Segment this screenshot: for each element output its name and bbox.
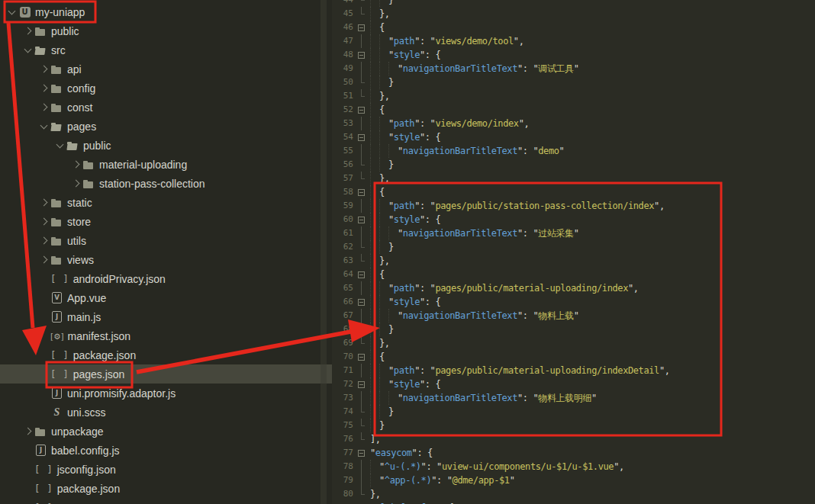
code-line[interactable]: 52{ — [332, 103, 815, 117]
chevron-down-icon[interactable] — [22, 44, 34, 56]
code-line[interactable]: 69}, — [332, 336, 815, 350]
tree-item-uni.scss[interactable]: uni.scss — [0, 403, 332, 422]
tree-item-pages[interactable]: pages — [0, 117, 332, 136]
code-line[interactable]: 56} — [332, 158, 815, 172]
code-line[interactable]: 63}, — [332, 254, 815, 268]
code-editor[interactable]: 44}45},46{47"path": "views/demo/tool",48… — [332, 0, 815, 504]
chevron-right-icon[interactable] — [38, 101, 50, 114]
code-line[interactable]: 76], — [332, 432, 815, 446]
tree-item-store[interactable]: store — [0, 212, 332, 231]
tree-item-main.js[interactable]: main.js — [0, 307, 332, 326]
chevron-right-icon[interactable] — [38, 235, 50, 247]
fold-marker[interactable] — [353, 130, 369, 144]
code-line[interactable]: 81"globalStyle": { — [332, 501, 815, 504]
folder-icon — [50, 235, 63, 247]
code-line[interactable]: 75} — [332, 419, 815, 432]
code-line[interactable]: 59"path": "pages/public/station-pass-col… — [332, 199, 815, 213]
chevron-right-icon[interactable] — [38, 82, 50, 95]
chevron-down-icon[interactable] — [54, 140, 66, 152]
fold-marker[interactable] — [353, 446, 369, 460]
indent-guide — [379, 281, 380, 295]
code-line[interactable]: 62} — [332, 240, 815, 254]
chevron-right-icon[interactable] — [38, 216, 50, 228]
tree-item-station-pass-collection[interactable]: station-pass-collection — [0, 174, 332, 193]
code-line[interactable]: 67"navigationBarTitleText": "物料上载" — [332, 309, 815, 323]
chevron-down-icon[interactable] — [38, 120, 50, 133]
code-line[interactable]: 50} — [332, 75, 815, 89]
code-line[interactable]: 45}, — [332, 7, 815, 21]
fold-marker[interactable] — [353, 213, 369, 226]
tree-item-config[interactable]: config — [0, 79, 332, 98]
indent-guide — [370, 336, 371, 350]
fold-marker[interactable] — [353, 350, 369, 364]
fold-marker[interactable] — [353, 501, 369, 504]
tree-item-babel.config.js[interactable]: babel.config.js — [0, 441, 332, 460]
fold-marker[interactable] — [353, 21, 369, 34]
chevron-right-icon[interactable] — [38, 254, 50, 266]
indent-guide — [379, 364, 380, 377]
tree-item-my-uniapp[interactable]: my-uniapp — [0, 2, 332, 21]
chevron-right-icon[interactable] — [22, 25, 34, 37]
chevron-right-icon[interactable] — [70, 159, 82, 171]
tree-item-package.json[interactable]: package.json — [0, 479, 332, 498]
chevron-right-icon[interactable] — [70, 178, 82, 190]
code-line[interactable]: 70{ — [332, 350, 815, 364]
chevron-right-icon[interactable] — [22, 425, 34, 438]
tree-item-package.json[interactable]: package.json — [0, 345, 332, 364]
code-line[interactable]: 57}, — [332, 172, 815, 185]
tree-item-views[interactable]: views — [0, 250, 332, 269]
tree-item-App.vue[interactable]: App.vue — [0, 288, 332, 307]
tree-item-static[interactable]: static — [0, 193, 332, 212]
tree-item-partial[interactable] — [0, 498, 332, 504]
tree-item-pages.json[interactable]: pages.json — [0, 364, 332, 384]
fold-marker[interactable] — [353, 295, 369, 309]
code-line[interactable]: 77"easycom": { — [332, 446, 815, 460]
code-line[interactable]: 80}, — [332, 487, 815, 501]
code-line[interactable]: 46{ — [332, 21, 815, 34]
tree-item-jsconfig.json[interactable]: jsconfig.json — [0, 460, 332, 479]
code-line[interactable]: 72"style": { — [332, 377, 815, 391]
code-line[interactable]: 55"navigationBarTitleText": "demo" — [332, 144, 815, 158]
tree-item-public[interactable]: public — [0, 136, 332, 155]
fold-marker[interactable] — [353, 48, 369, 62]
code-line[interactable]: 61"navigationBarTitleText": "过站采集" — [332, 226, 815, 240]
code-line[interactable]: 53"path": "views/demo/index", — [332, 117, 815, 130]
code-line[interactable]: 68} — [332, 323, 815, 336]
tree-item-utils[interactable]: utils — [0, 231, 332, 250]
tree-item-material-uploading[interactable]: material-uploading — [0, 155, 332, 174]
code-line[interactable]: 71"path": "pages/public/material-uploadi… — [332, 364, 815, 377]
code-line[interactable]: 47"path": "views/demo/tool", — [332, 34, 815, 48]
tree-item-manifest.json[interactable]: manifest.json — [0, 326, 332, 345]
tree-item-const[interactable]: const — [0, 98, 332, 117]
code-line[interactable]: 74} — [332, 405, 815, 419]
sidebar-scrollbar[interactable] — [321, 0, 327, 504]
code-line[interactable]: 44} — [332, 0, 815, 7]
tree-item-public[interactable]: public — [0, 21, 332, 40]
code-line[interactable]: 49"navigationBarTitleText": "调试工具" — [332, 62, 815, 75]
tree-item-api[interactable]: api — [0, 59, 332, 79]
code-line[interactable]: 51}, — [332, 89, 815, 103]
line-number: 59 — [332, 199, 353, 213]
tree-item-unpackage[interactable]: unpackage — [0, 422, 332, 441]
code-line[interactable]: 54"style": { — [332, 130, 815, 144]
tree-item-label: androidPrivacy.json — [73, 273, 166, 285]
chevron-right-icon[interactable] — [38, 197, 50, 209]
tree-item-src[interactable]: src — [0, 40, 332, 59]
fold-marker[interactable] — [353, 103, 369, 117]
code-line[interactable]: 64{ — [332, 268, 815, 281]
code-line[interactable]: 65"path": "pages/public/material-uploadi… — [332, 281, 815, 295]
code-line[interactable]: 58{ — [332, 185, 815, 199]
fold-marker[interactable] — [353, 377, 369, 391]
fold-marker[interactable] — [353, 185, 369, 199]
chevron-right-icon[interactable] — [38, 63, 50, 75]
code-line[interactable]: 48"style": { — [332, 48, 815, 62]
code-line[interactable]: 73"navigationBarTitleText": "物料上载明细" — [332, 391, 815, 405]
code-line[interactable]: 79"^app-(.*)": "@dme/app-$1" — [332, 474, 815, 487]
chevron-down-icon[interactable] — [6, 6, 18, 18]
code-line[interactable]: 78"^u-(.*)": "uview-ui/components/u-$1/u… — [332, 460, 815, 474]
code-line[interactable]: 66"style": { — [332, 295, 815, 309]
code-line[interactable]: 60"style": { — [332, 213, 815, 226]
tree-item-uni.promisify.adaptor.js[interactable]: uni.promisify.adaptor.js — [0, 384, 332, 403]
tree-item-androidPrivacy.json[interactable]: androidPrivacy.json — [0, 269, 332, 288]
fold-marker[interactable] — [353, 268, 369, 281]
